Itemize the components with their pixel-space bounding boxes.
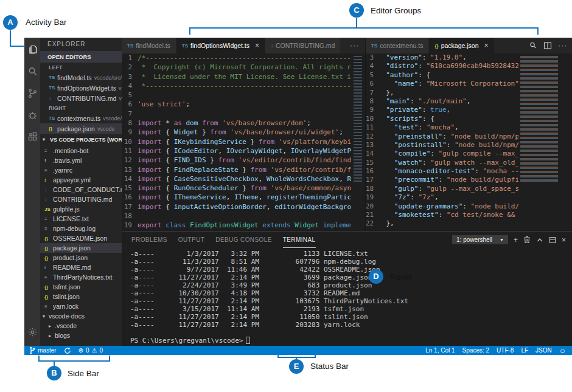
terminal-output: -a---- 1/3/2017 3:32 PM 1133 LICENSE.txt… [130,250,570,329]
terminal[interactable]: -a---- 1/3/2017 3:32 PM 1133 LICENSE.txt… [130,250,570,345]
code-line: 18 [122,211,352,221]
terminal-line: -a---- 11/27/2017 2:14 PM 203283 yarn.lo… [130,321,570,329]
file-item[interactable]: ≡.mention-bot [40,146,122,156]
folder-item[interactable]: ▸blogs [40,331,122,340]
editor-tab[interactable]: ↓CONTRIBUTING.md [265,38,341,53]
file-item[interactable]: ≡yarn.lock [40,301,122,311]
file-type-icon: {} [49,126,57,131]
extensions-icon[interactable] [24,128,40,146]
file-type-icon: JS [44,207,53,212]
editor-tab[interactable]: TSfindModel.ts [122,38,176,53]
panel-tab-debug-console[interactable]: DEBUG CONSOLE [215,232,271,248]
panel-tab-output[interactable]: OUTPUT [178,232,205,248]
terminal-shell-select[interactable]: 1: powershell ▼ [452,235,508,244]
maximize-panel-icon[interactable] [536,236,543,244]
file-name: gulpfile.js [53,205,80,213]
file-item[interactable]: {}tsfmt.json [40,282,122,292]
file-item[interactable]: TSfindOptionsWidget.tsvsco... [40,83,122,93]
status-item[interactable]: Spaces: 2 [462,347,489,354]
file-item[interactable]: {}tslint.json [40,292,122,301]
tab-close-icon[interactable]: × [255,41,259,50]
folder-item[interactable]: ▾vscode-docs [40,311,122,321]
line-number: 10 [122,137,138,146]
line-number: 19 [122,221,138,230]
workspace-header[interactable]: ▾ VS CODE PROJECTS (WORKSPACE) [40,134,122,146]
tab-close-icon[interactable]: × [484,41,489,50]
kill-terminal-icon[interactable] [523,236,531,244]
file-item[interactable]: ≡ThirdPartyNotices.txt [40,272,122,282]
branch-name: master [38,347,57,354]
status-item[interactable]: Ln 1, Col 1 [425,347,455,354]
file-type-icon: ! [44,177,53,183]
search-icon[interactable] [24,62,40,80]
terminal-line: -a---- 9/7/2017 11:46 AM 42422 OSSREADME… [130,266,570,273]
split-editor-icon[interactable] [543,41,552,50]
code-token: dom [182,119,202,127]
code-token: "smoketest" [394,211,439,219]
code-token: : [422,159,430,167]
status-item[interactable]: LF [521,347,528,354]
status-item[interactable]: UTF-8 [497,347,514,354]
file-item[interactable]: TScontextmenu.tsvscode/src/... [40,113,122,123]
file-item[interactable]: {}OSSREADME.json [40,233,122,243]
debug-icon[interactable] [24,106,40,124]
code-token: "compile" [394,150,431,157]
file-item[interactable]: {}package.jsonvscode [40,123,122,134]
code-token: "node build/npm/postinsta [455,141,518,149]
find-icon[interactable] [529,41,537,50]
git-branch-indicator[interactable]: master [29,346,57,354]
folder-item[interactable]: ▸.vscode [40,321,122,331]
panel-tab-problems[interactable]: PROBLEMS [131,232,167,248]
open-editors-right-label: RIGHT [40,103,122,113]
code-token: IOverlayWidget [226,147,283,155]
line-number: 6 [366,80,378,88]
panel-layout-icon[interactable] [549,236,556,244]
file-item[interactable]: ↓CONTRIBUTING.md [40,194,122,204]
open-editors-right-list: TScontextmenu.tsvscode/src/...{}package.… [40,113,122,134]
file-type-icon: ≡ [44,168,53,173]
annotation-label-editor-groups: Editor Groups [371,6,421,15]
line-text: import { IKeybindingService } from 'vs/p… [138,137,351,146]
file-item[interactable]: !.travis.yml [40,156,122,165]
feedback-smiley-icon[interactable]: ☺ [559,347,566,354]
minimap-1[interactable] [352,53,365,231]
editor-tab[interactable]: TSfindOptionsWidget.ts× [176,38,265,53]
status-item[interactable]: JSON [535,347,552,354]
file-item[interactable]: !appveyor.yml [40,175,122,185]
file-type-icon: TS [127,43,133,49]
file-item[interactable]: {}product.json [40,253,122,263]
file-item[interactable]: ≡.yarnrc [40,165,122,175]
code-token: : [462,202,470,210]
problems-indicator[interactable]: ⊗ 0 ⚠ 0 [78,347,103,354]
file-item[interactable]: {}package.json [40,243,122,253]
file-item[interactable]: JSgulpfile.js [40,204,122,214]
open-editors-header[interactable]: OPEN EDITORS [40,51,122,63]
code-token: "version" [386,53,422,61]
line-number: 22 [366,219,378,228]
editor-tab[interactable]: TScontextmenu.ts [366,38,429,53]
code-token [378,167,394,175]
editor-tab[interactable]: {}package.json× [429,38,494,53]
source-control-icon[interactable] [24,84,40,102]
settings-gear-icon[interactable] [24,323,40,341]
file-item[interactable]: ↓CODE_OF_CONDUCT.md [40,185,122,194]
code-token: } [239,184,251,192]
panel-tab-terminal[interactable]: TERMINAL [283,232,316,248]
code-editor-1[interactable]: 1/*-------------------------------------… [122,53,352,231]
file-item[interactable]: ≡npm-debug.log [40,224,122,233]
code-token: "Microsoft Corporation" [427,80,519,88]
sync-indicator[interactable] [64,347,71,354]
close-panel-icon[interactable]: × [562,236,566,244]
file-item[interactable]: iREADME.md [40,263,122,272]
line-text: * Copyright (c) Microsoft Corporation. A… [138,63,351,72]
new-terminal-icon[interactable]: + [514,236,518,244]
more-actions-icon[interactable]: ··· [558,41,567,50]
file-item[interactable]: ≡LICENSE.txt [40,214,122,224]
file-type-icon: {} [44,294,53,300]
minimap-2[interactable] [518,53,572,231]
more-tabs-icon[interactable]: ··· [344,38,365,53]
code-editor-2[interactable]: 3 "version": "1.19.0",4 "distro": "610ca… [366,53,518,231]
explorer-icon[interactable] [24,40,40,58]
file-item[interactable]: ↓CONTRIBUTING.mdvscode [40,93,122,103]
file-item[interactable]: TSfindModel.tsvscode/src/vs/... [40,72,122,83]
